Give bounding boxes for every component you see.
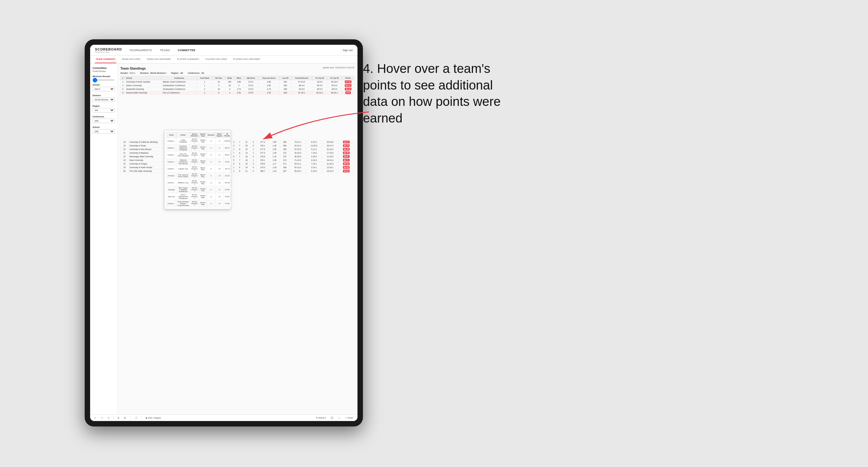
update-time: Update time: 13/03/2024 10:03:42 [322,66,354,69]
points-value[interactable]: 83.89 [343,166,350,169]
annotation-area: 4. Hover over a team's points to see add… [363,61,545,126]
col-vs25: Vs Top 25 [312,76,327,80]
nav-item-tournaments[interactable]: TOURNAMENTS [128,48,153,52]
nav-item-committee[interactable]: COMMITTEE [177,48,197,52]
points-value[interactable]: 88.71 [343,159,350,161]
gender-label: Gender [93,84,115,86]
col-adj-score: Adj Score [244,76,258,80]
points-value[interactable]: 88.49 [343,148,350,151]
table-row[interactable]: 20 University of New Mexico Mountain Wes… [121,148,354,151]
paste-button[interactable]: ⊞ · [123,416,128,419]
table-row[interactable]: 3 Vanderbilt University Southeastern Con… [121,87,354,91]
region-select[interactable]: N/A All [93,108,115,113]
subnav-player-h2h-heatmap[interactable]: PLAYER H2H HEATMAP [232,56,261,63]
logo-title: SCOREBOARD [95,48,122,51]
sidebar-portal-info: Committee Portal Review [93,66,115,72]
popup-col-event: Event [176,132,190,137]
chevron-down-icon: ▾ [325,417,326,419]
clock-button[interactable]: 🕐 [134,416,139,419]
tablet-screen: SCOREBOARD Powered by clippi TOURNAMENTS… [90,45,358,421]
points-value[interactable]: 83.81 [343,155,350,158]
undo-button[interactable]: ↩ [93,416,97,419]
comment-button[interactable]: 💬 [330,416,335,419]
points-value[interactable]: 88.48 [343,152,350,154]
popup-col-wpoints: W Points [223,132,231,137]
popup-col-rounds: Rounds [207,132,215,137]
copy-button[interactable]: ⧉ [117,416,120,419]
table-row[interactable]: 21 University of Alabama Southeastern Co… [121,151,354,155]
table-row[interactable]: 2 Auburn University Southeastern Confere… [121,84,354,87]
col-no-tour: No Tour [213,76,225,80]
sidebar-min-rounds: Minimum Rounds [93,75,115,81]
popup-overlay: Team Event Event Division Event Type Rou… [164,130,231,209]
filter-conference: Conference: All [188,72,204,74]
points-value[interactable]: 83.07 [343,141,350,143]
filter-row: Gender: Men's Division: NCAA Division I … [120,72,354,74]
watch-button[interactable]: 👁 Watch ▾ [314,416,328,419]
sidebar-portal-sub: Portal Review [93,70,115,72]
watch-label: Watch [318,417,324,419]
filter-gender-value: Men's [130,72,135,74]
min-rounds-slider[interactable] [93,80,115,81]
subnav-team-h2h-grid[interactable]: TEAM H2H GRID [121,56,141,63]
table-row[interactable]: 26 The Ohio State University Big Ten Con… [121,169,354,173]
division-select[interactable]: NCAA Division I NCAA Division II [93,97,115,102]
gender-select[interactable]: Men's Women's [93,87,115,91]
table-row-highlighted[interactable]: 4 Arizona State University Pac-12 Confer… [121,91,354,95]
popup-row: Univers... Williams Cup NCAA Division I … [167,179,231,186]
table-row[interactable]: 19 University of Texas Big 12 Conference… [121,144,354,148]
reset-button[interactable]: ↺ [106,416,111,419]
col-avg-low: Avg Low Score [258,76,279,80]
panel-title: Team Standings [120,66,146,70]
sidebar: Committee Portal Review Minimum Rounds G… [90,64,117,414]
points-value[interactable]: 97.02 [345,81,351,83]
conference-select[interactable]: (All) [93,119,115,123]
table-row[interactable]: 23 Duke University Atlantic Coast Confer… [121,158,354,162]
popup-col-impact: Rank Impact [215,132,223,137]
subnav-player-summary[interactable]: PLAYER SUMMARY [176,56,200,63]
update-time-value: 13/03/2024 10:03:42 [335,66,354,69]
annotation-text: 4. Hover over a team's points to see add… [363,61,514,126]
col-conference: Conference [162,76,197,80]
col-wins: Wins [235,76,244,80]
sidebar-region: Region N/A All [93,105,115,113]
conference-label: Conference [93,116,115,118]
share-label: Share [347,417,353,419]
school-label: School [93,126,115,128]
school-select[interactable]: (All) [93,129,115,134]
col-points: Points [342,76,354,80]
table-row[interactable]: 1 University of North Carolina Atlantic … [121,80,354,84]
points-value[interactable]: 93.31 [345,84,351,87]
col-rank: # [121,76,125,80]
points-value[interactable]: 79.5 [345,91,351,94]
subnav-team-summary[interactable]: TEAM SUMMARY [95,56,116,63]
col-conf-rank: Conf Rank [197,76,213,80]
subnav-team-h2h-heatmap[interactable]: TEAM H2H HEATMAP [146,56,172,63]
nav-item-teams[interactable]: TEAMS [158,48,171,52]
subnav-player-h2h-grid[interactable]: PLAYER H2H GRID [205,56,227,63]
table-row[interactable]: 22 Mississippi State University Southeas… [121,155,354,158]
col-bnds: Bnds [225,76,235,80]
points-value[interactable]: 88.54 [343,162,350,165]
share-button[interactable]: ↗ Share [344,416,354,419]
update-time-label: Update time: [322,66,335,69]
view-original-button[interactable]: ▶ View: Original [145,416,162,419]
share-icon: ↗ [345,417,347,419]
sign-out-button[interactable]: Sign out [343,49,353,52]
redo-button[interactable]: ↪ [100,416,104,419]
expand-button[interactable]: ⤢ [337,416,341,419]
table-row[interactable]: 24 University of Oregon Pac-12 Conferenc… [121,162,354,166]
table-row[interactable]: 25 University of North Florida ASUN Conf… [121,166,354,169]
filter-conference-value: All [202,72,204,74]
popup-row: Univers... 2023 Sahalee Players Champion… [167,200,231,207]
standings-table: # School Conference Conf Rank No Tour Bn… [120,76,354,95]
points-value[interactable]: 90.20 [345,88,351,90]
min-rounds-label: Minimum Rounds [93,75,115,77]
points-value[interactable]: 80.70 [343,144,350,147]
points-value[interactable]: 83.94 [343,170,350,173]
bottom-toolbar: ↩ ↪ ↺ | ⧉ ⊞ · | 🕐 | ▶ View: Original 👁 W… [90,414,358,421]
table-row[interactable]: 18 University of California, Berkeley Pa… [121,141,354,144]
view-label: View: Original [148,417,161,419]
popup-col-type: Event Type [199,132,207,137]
separator2: | [131,416,131,419]
